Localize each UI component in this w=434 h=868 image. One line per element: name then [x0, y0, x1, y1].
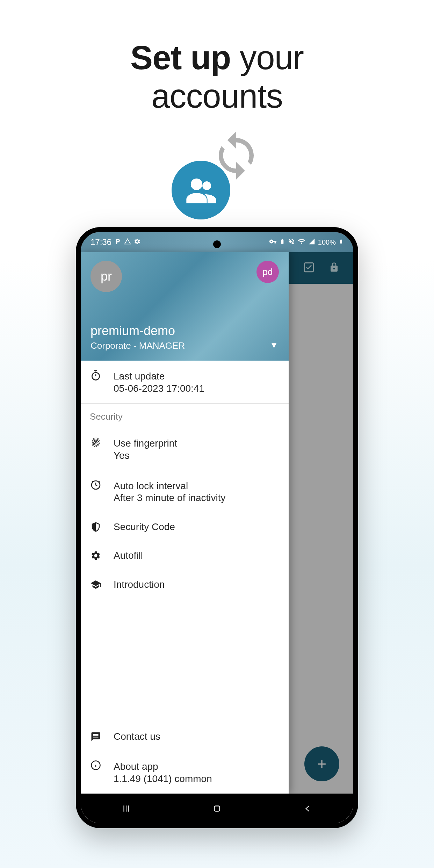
account-name: premium-demo [91, 324, 279, 338]
autolock-value: After 3 minute of inactivity [114, 492, 226, 504]
fingerprint-value: Yes [114, 450, 177, 461]
triangle-icon [124, 237, 131, 247]
drawer-footer: Contact us About app 1.1.49 (1041) commo… [81, 722, 289, 794]
introduction-label: Introduction [114, 578, 165, 591]
svg-point-0 [191, 179, 202, 190]
account-role: Corporate - MANAGER [91, 340, 279, 351]
svg-point-1 [202, 181, 211, 190]
system-navbar [81, 794, 353, 823]
drawer-item-introduction[interactable]: Introduction [81, 570, 289, 599]
drawer-item-contact[interactable]: Contact us [81, 722, 289, 751]
drawer-item-autofill[interactable]: Autofill [81, 541, 289, 570]
headline-light-1: your [231, 39, 303, 76]
avatar-primary[interactable]: pr [91, 261, 122, 292]
parking-icon [114, 237, 121, 247]
account-dropdown-icon[interactable]: ▼ [270, 340, 278, 350]
phone-screen: 17:36 [81, 232, 353, 823]
drawer-item-fingerprint[interactable]: Use fingerprint Yes [81, 428, 289, 470]
status-time: 17:36 [91, 237, 111, 247]
shield-icon [90, 522, 102, 532]
vpn-key-icon [269, 238, 277, 247]
contact-label: Contact us [114, 730, 160, 743]
about-label: About app [114, 760, 212, 773]
last-update-value: 05-06-2023 17:00:41 [114, 383, 204, 394]
drawer-item-last-update[interactable]: Last update 05-06-2023 17:00:41 [81, 361, 289, 403]
graduation-icon [90, 579, 102, 590]
message-icon [90, 731, 102, 742]
stopwatch-icon [90, 370, 102, 381]
about-value: 1.1.49 (1041) common [114, 773, 212, 784]
navigation-drawer: pr pd premium-demo Corporate - MANAGER ▼… [81, 252, 289, 794]
hero-icons [172, 129, 262, 196]
battery-icon [339, 238, 343, 247]
signal-icon [308, 238, 315, 247]
battery-status-icon [280, 238, 285, 247]
info-icon [90, 760, 102, 771]
recents-button[interactable] [105, 804, 147, 813]
phone-frame: 17:36 [76, 227, 358, 828]
avatar-secondary[interactable]: pd [256, 261, 279, 283]
svg-rect-6 [215, 806, 220, 811]
section-security: Security [81, 404, 289, 428]
back-button[interactable] [287, 804, 329, 813]
home-button[interactable] [196, 803, 238, 814]
last-update-label: Last update [114, 370, 204, 383]
battery-percent: 100% [318, 238, 336, 246]
svg-point-3 [92, 372, 99, 380]
gear-icon [134, 237, 141, 247]
wifi-icon [298, 238, 305, 247]
timer-icon [90, 479, 102, 491]
autolock-label: Auto lock interval [114, 479, 226, 493]
fingerprint-label: Use fingerprint [114, 437, 177, 450]
settings-icon [90, 550, 102, 561]
headline-bold: Set up [130, 39, 231, 76]
mute-icon [288, 238, 295, 247]
autofill-label: Autofill [114, 549, 143, 562]
drawer-item-security-code[interactable]: Security Code [81, 513, 289, 541]
camera-hole [213, 240, 221, 248]
security-code-label: Security Code [114, 520, 175, 534]
drawer-item-autolock[interactable]: Auto lock interval After 3 minute of ina… [81, 470, 289, 513]
accounts-icon [172, 161, 230, 219]
fingerprint-icon [90, 437, 102, 448]
drawer-header[interactable]: pr pd premium-demo Corporate - MANAGER ▼ [81, 252, 289, 361]
headline-light-2: accounts [151, 77, 283, 115]
marketing-headline: Set up your accounts [0, 0, 434, 116]
drawer-item-about[interactable]: About app 1.1.49 (1041) common [81, 751, 289, 794]
drawer-body: Last update 05-06-2023 17:00:41 Security… [81, 361, 289, 794]
